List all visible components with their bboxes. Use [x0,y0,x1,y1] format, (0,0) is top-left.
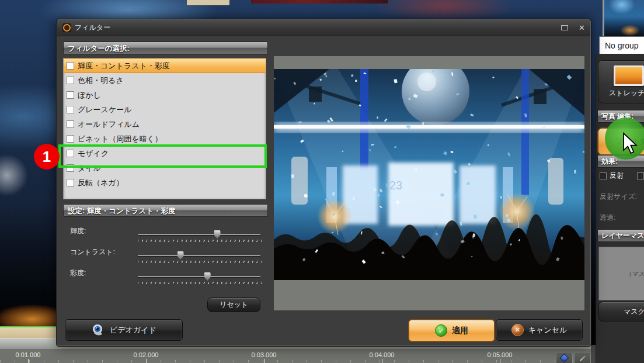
annotation-step-marker: 1 [34,144,60,170]
video-guide-button[interactable]: ビデオガイド [65,319,183,341]
filter-select-header: フィルターの選択: [63,42,268,54]
filter-app-icon [62,23,71,32]
slider-thumb[interactable] [204,272,211,281]
dialog-title: フィルター [75,23,110,33]
filter-item-label: 輝度・コントラスト・彩度 [78,61,170,71]
sidebar-panel: ストレッチ 写真 編集: フィルター 効果: 反射 反射サイズ: 透過: レイヤ… [596,54,644,363]
webcam-icon [91,324,105,337]
filter-item-brightness-contrast-saturation[interactable]: 輝度・コントラスト・彩度 [64,58,266,73]
tick-mark [146,359,147,363]
background-clip-fragment [251,0,388,4]
filter-item-label: オールドフィルム [78,119,140,130]
brightness-label: 輝度: [70,226,86,236]
filter-checkbox[interactable] [67,120,74,128]
mask-button[interactable]: マスク [598,302,644,321]
timeline-ruler[interactable]: 0:01.000 0:02.000 0:03.000 0:04.000 0:05… [0,349,591,363]
preview-image: 23 [274,69,584,280]
reset-button[interactable]: リセット [207,298,260,312]
x-icon: ✕ [511,324,524,336]
layer-mask-header: レイヤーマスク [597,229,644,242]
reflection-checkbox[interactable] [600,172,607,179]
settings-header: 設定: 輝度・コントラスト・彩度 [63,204,268,217]
clip-thumbnail[interactable] [603,0,644,36]
group-select-value: No group [605,41,639,50]
filter-item-label: 色相・明るさ [78,75,124,86]
timeline-tool-button[interactable] [574,352,591,363]
time-tick: 0:03.000 [252,351,277,358]
saturation-slider[interactable] [138,272,260,281]
filter-checkbox[interactable] [67,91,74,99]
reset-button-label: リセット [220,300,248,310]
reflection-row: 反射 [600,171,644,181]
reflection-label: 反射 [610,171,624,181]
time-tick: 0:05.000 [488,351,513,358]
filter-item-label: ぼかし [78,90,101,101]
annotation-highlight-box [58,144,267,168]
filter-item-blur[interactable]: ぼかし [64,88,266,102]
stage-screen-text: 23 [389,179,402,192]
contrast-slider[interactable] [138,251,260,260]
filter-checkbox[interactable] [67,62,74,70]
slider-thumb[interactable] [214,230,221,238]
timeline-tool-button[interactable] [556,352,573,363]
mask-preview-box: （マスク 未 [598,247,644,300]
pencil-icon [580,355,586,361]
tick-mark [382,359,382,363]
check-icon: ✓ [435,324,447,337]
tick-mark [28,359,29,363]
time-tick: 0:04.000 [370,351,395,358]
filter-dialog: フィルター ✕ フィルターの選択: 輝度・コントラスト・彩度 色相・明るさ ぼか… [57,19,591,346]
time-tick: 0:01.000 [16,351,41,358]
saturation-label: 彩度: [70,268,86,278]
slider-ticks [138,261,262,263]
apply-button[interactable]: ✓ 適用 [408,319,495,342]
contrast-label: コントラスト: [70,247,115,257]
filter-checkbox[interactable] [67,77,74,84]
tick-mark [500,359,500,363]
filter-item-old-film[interactable]: オールドフィルム [64,117,266,132]
mask-button-label: マスク [624,307,644,317]
app-window: 0:01.000 0:02.000 0:03.000 0:04.000 0:05… [0,0,644,363]
tick-mark [264,359,264,363]
transparency-label: 透過: [600,213,615,223]
preview-panel: 23 [274,56,584,310]
stretch-button[interactable]: ストレッチ [598,60,644,103]
filter-item-grayscale[interactable]: グレースケール [64,102,266,117]
filter-checkbox[interactable] [67,135,74,143]
dialog-titlebar[interactable]: フィルター ✕ [57,20,590,36]
filter-item-label: ビネット（周囲を暗く） [78,134,162,144]
filter-item-label: 反転（ネガ） [78,178,124,188]
close-button[interactable]: ✕ [579,24,585,32]
slider-ticks [138,282,262,284]
reflection-size-label: 反射サイズ: [600,192,637,202]
group-select[interactable]: No group [599,36,644,54]
mask-empty-label: （マスク 未 [626,269,644,278]
time-tick: 0:02.000 [134,351,159,358]
picture-icon [614,65,644,86]
filter-item-label: グレースケール [78,105,132,115]
video-guide-label: ビデオガイド [110,325,156,336]
second-effect-checkbox[interactable] [637,172,644,179]
cancel-button[interactable]: ✕ キャンセル [496,319,583,341]
right-sidebar: No group ストレッチ 写真 編集: フィルター 効果: 反射 反射サイズ… [596,0,644,363]
blue-diamond-icon [560,354,569,363]
filter-item-hue-lightness[interactable]: 色相・明るさ [64,73,266,88]
timeline-clip-strip [0,326,57,339]
filter-checkbox[interactable] [67,179,74,186]
minimize-button[interactable] [561,25,568,30]
apply-button-label: 適用 [452,326,468,336]
stretch-label: ストレッチ [609,88,644,98]
background-clip-fragment [187,0,229,5]
filter-checkbox[interactable] [67,106,74,113]
slider-ticks [138,240,262,242]
step-number: 1 [43,148,51,166]
cancel-button-label: キャンセル [528,325,568,336]
slider-thumb[interactable] [177,251,184,260]
filter-item-invert[interactable]: 反転（ネガ） [64,175,266,190]
mouse-cursor-icon [622,132,638,154]
brightness-slider[interactable] [138,230,260,238]
filter-list: 輝度・コントラスト・彩度 色相・明るさ ぼかし グレースケール オールドフィルム… [63,58,266,199]
